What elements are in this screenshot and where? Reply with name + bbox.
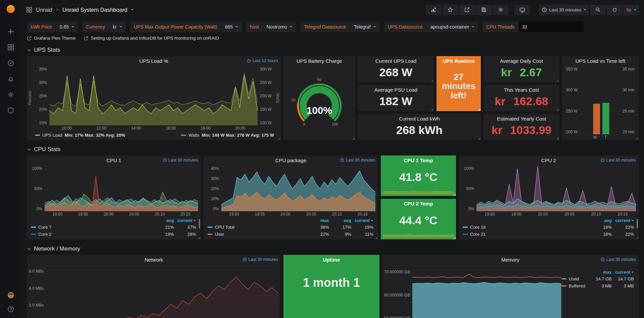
clock-icon [247,59,251,63]
variable-value-dropdown[interactable]: 865 [221,21,242,32]
section-header-network-memory[interactable]: Network / Memory [27,245,639,252]
panel-title[interactable]: Current Load kWh [358,116,481,122]
ups-bar-chart[interactable] [580,67,620,134]
refresh-interval-picker[interactable]: 5s [624,5,639,15]
panel-title[interactable]: UPS Battery Charge [283,58,355,64]
add-panel-icon [431,7,436,13]
legend-col-current[interactable]: current [612,218,634,223]
legend-scrollbar[interactable] [637,219,638,228]
template-variables-row: kWh Price 0.65 Currency kr UPS Max Outpu… [27,21,639,32]
grafana-logo-icon[interactable] [6,4,16,14]
legend-col-current[interactable]: current [612,270,634,275]
variable-value-dropdown[interactable]: kr [109,21,126,32]
explore-compass-icon[interactable] [7,60,14,66]
create-plus-icon[interactable] [7,28,14,35]
caret-down-icon [235,26,238,28]
legend-col-avg[interactable]: avg [590,218,612,223]
ups-load-chart[interactable] [49,67,258,125]
panel-ups-load-vs-time-left: UPS Load vs Time left 350 W300 W250 W200… [562,56,639,140]
time-range-label: Last 30 minutes [549,7,581,12]
save-dashboard-button[interactable] [476,5,492,15]
legend-item-watts[interactable]: Watts Min: 148 W Max: 278 W Avg: 175 W [181,133,274,138]
dashboard-settings-button[interactable] [493,5,509,15]
panel-title[interactable]: Current UPS Load [358,58,434,64]
y-axis-labels: 100%50%0% [29,166,45,211]
cpu-package-chart[interactable] [221,166,375,211]
chevron-down-icon [27,147,31,152]
legend-col-avg[interactable]: avg [152,218,174,223]
zoom-out-time-button[interactable] [590,5,606,15]
cpu2-chart[interactable] [476,166,636,211]
variable-value-dropdown[interactable]: 0.65 [56,21,78,32]
variable-label: UPS Datasource [384,21,426,32]
cpu1-chart[interactable] [45,166,198,211]
variable-value-dropdown[interactable]: Telegraf [350,21,380,32]
legend-row: Core 18 18% 22% [463,224,634,231]
panel-cpu-package-graph: CPU package Last 30 minutes 40%30%20%10%… [203,155,378,239]
y-axis-labels: 40%30%20%10%0% [205,166,221,211]
legend-col-current[interactable]: current [174,218,196,223]
legend-col-avg[interactable]: avg [329,218,351,223]
panel-time-override[interactable]: Last 30 minutes [601,257,636,262]
panel-title[interactable]: UPS Load % [27,58,281,64]
panel-title[interactable]: CPU 1 Temp [381,157,456,163]
legend-table: avg current Core 18 18% 22% Core 21 18% … [459,217,639,239]
refresh-icon [612,7,617,12]
memory-chart[interactable] [412,266,561,318]
stat-value: 1 month 1 [283,264,379,318]
panel-current-load-kwh: Current Load kWh 268 kWh [358,114,481,140]
panel-title[interactable]: UPS Load vs Time left [562,58,639,64]
alerting-bell-icon[interactable] [7,76,14,82]
dashboard-link-ups-guide[interactable]: Setting up Grafana and InfluxDB for UPS … [84,36,219,41]
add-panel-button[interactable] [426,5,442,15]
page-title[interactable]: Unraid System Dashboard [62,7,128,13]
save-icon [481,7,487,12]
breadcrumb[interactable]: Unraid > Unraid System Dashboard [26,7,134,13]
caret-down-icon [120,26,122,28]
legend-scrollbar[interactable] [199,219,200,228]
panel-title[interactable]: UPS Runtime [436,58,481,64]
panel-time-override[interactable]: Last 12 hours [247,58,278,63]
variable-value-dropdown[interactable]: apcupsd-container [427,21,478,32]
panel-time-override[interactable]: Last 30 minutes [163,158,198,163]
legend-col-current[interactable]: current [351,218,373,223]
configuration-gear-icon[interactable] [7,91,14,98]
variable-kwh-price: kWh Price 0.65 [27,21,78,32]
panel-title[interactable]: Uptime [283,257,379,263]
star-dashboard-button[interactable] [443,5,458,15]
variable-value-dropdown[interactable]: Nostromo [263,21,296,32]
panel-time-override[interactable]: Last 30 minutes [601,158,636,163]
cycle-view-mode-button[interactable] [514,5,530,15]
cpu-threads-input[interactable] [519,21,583,32]
breadcrumb-app[interactable]: Unraid [36,7,52,13]
dashboard-link-plex-theme[interactable]: Grafana Plex Theme [27,36,76,41]
panel-time-override[interactable]: Last 30 minutes [243,257,278,262]
panel-time-override[interactable]: Last 30 minutes [340,158,375,163]
panel-title[interactable]: CPU 2 Temp [381,201,456,207]
network-chart[interactable] [46,266,278,318]
help-icon[interactable] [7,306,14,313]
gauge-max-label: 100 [332,122,338,126]
title-caret-icon [131,9,134,10]
legend-col-max[interactable]: max [307,218,329,223]
section-header-cpu-stats[interactable]: CPU Stats [27,146,639,153]
stat-value: kr 2.67 [484,65,559,82]
legend-col-max[interactable]: max [590,270,612,275]
series-color-dash [463,234,468,235]
x-axis-labels: 19:5019:5520:0020:0520:1020:15 [221,211,375,217]
user-avatar[interactable] [7,292,14,299]
panel-title[interactable]: Estimated Yearly Cost [484,116,559,122]
panel-title[interactable]: Average PSU Load [358,87,434,93]
time-range-picker[interactable]: Last 30 minutes [539,5,589,15]
dashboards-icon[interactable] [7,44,14,51]
legend-item-ups-load[interactable]: UPS Load Min: 17% Max: 32% Avg: 20% [35,133,125,138]
panel-title[interactable]: This Years Cost [484,87,559,93]
panel-cpu2-temp: CPU 2 Temp 44.4 °C [381,199,456,239]
panel-title[interactable]: Memory [382,257,639,263]
admin-shield-icon[interactable] [7,107,14,114]
refresh-button[interactable] [607,5,623,15]
section-header-ups-stats[interactable]: UPS Stats [27,47,639,53]
share-dashboard-button[interactable] [459,5,475,15]
panel-title[interactable]: Average Daily Cost [484,58,559,64]
legend-row: User 22% 9% 11% [208,231,373,238]
